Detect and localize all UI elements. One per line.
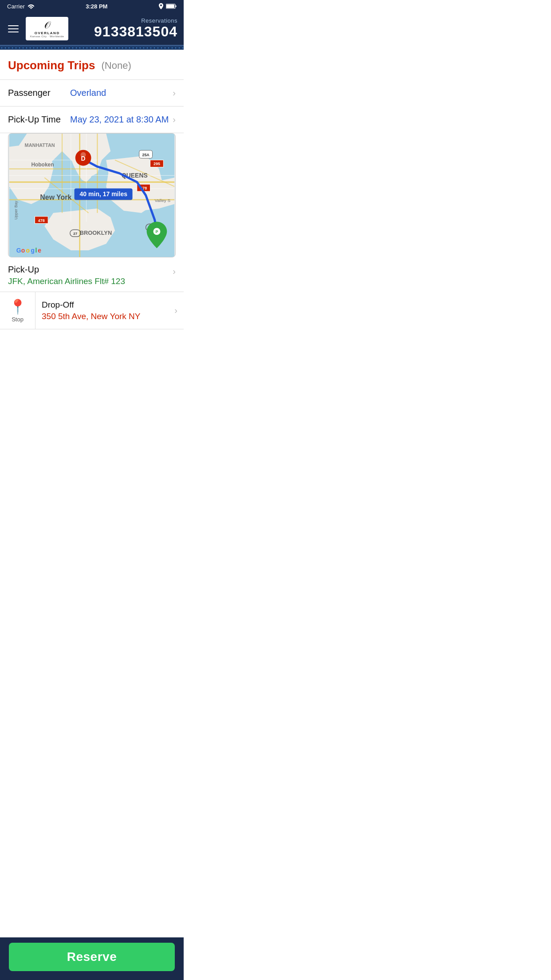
logo-brand: OVERLAND (35, 31, 60, 35)
stop-pin-icon: 📍 (9, 298, 27, 315)
svg-text:P: P (155, 229, 158, 234)
carrier-text: Carrier (7, 3, 25, 10)
passenger-row[interactable]: Passenger Overland › (0, 80, 184, 107)
pickup-location-value: JFK, American Airlines Flt# 123 (8, 277, 173, 286)
svg-text:295: 295 (153, 162, 160, 166)
dropoff-label: Drop-Off (42, 300, 168, 310)
status-left: Carrier (7, 3, 35, 10)
hamburger-line3 (8, 32, 19, 32)
svg-text:478: 478 (38, 218, 45, 223)
svg-text:Valley S: Valley S (154, 198, 170, 203)
svg-text:g: g (31, 247, 35, 254)
wifi-icon (28, 4, 35, 9)
status-bar: Carrier 3:28 PM (0, 0, 184, 12)
status-right (159, 3, 177, 9)
hamburger-line2 (8, 28, 19, 29)
logo: 𝒪 OVERLAND Kansas City · Worldwide (26, 17, 68, 40)
phone-number[interactable]: 9133813504 (94, 24, 177, 40)
svg-text:25A: 25A (142, 153, 150, 157)
pickup-text-area: Pick-Up JFK, American Airlines Flt# 123 (8, 265, 173, 286)
bottom-spacer (0, 329, 184, 374)
svg-text:Hoboken: Hoboken (31, 162, 54, 168)
logo-tagline: Kansas City · Worldwide (30, 35, 64, 38)
passenger-value: Overland (70, 88, 173, 98)
upcoming-trips-status: (None) (101, 60, 131, 71)
upcoming-trips-row: Upcoming Trips (None) (0, 50, 184, 80)
pickup-chevron: › (173, 266, 176, 277)
dropoff-chevron: › (174, 305, 177, 316)
svg-text:e: e (38, 247, 41, 254)
header-dots-divider (0, 46, 184, 50)
pickup-time-value: May 23, 2021 at 8:30 AM (70, 115, 173, 125)
app-header: 𝒪 OVERLAND Kansas City · Worldwide Reser… (0, 12, 184, 46)
pickup-location-label: Pick-Up (8, 265, 173, 275)
svg-text:New York: New York (40, 194, 71, 201)
hamburger-line1 (8, 25, 19, 26)
main-content: Upcoming Trips (None) Passenger Overland… (0, 50, 184, 374)
svg-text:BROOKLYN: BROOKLYN (80, 229, 112, 236)
hamburger-menu[interactable] (6, 24, 20, 34)
svg-text:27: 27 (73, 232, 77, 236)
svg-text:MANHATTAN: MANHATTAN (25, 142, 55, 148)
stop-label: Stop (12, 316, 24, 323)
map-view[interactable]: 25A 295 678 478 27 27 Hoboken New York (8, 133, 176, 257)
logo-letter: 𝒪 (44, 20, 51, 31)
pickup-time-label: Pick-Up Time (8, 115, 70, 125)
svg-rect-1 (176, 5, 177, 7)
passenger-label: Passenger (8, 88, 70, 98)
pickup-location-row[interactable]: Pick-Up JFK, American Airlines Flt# 123 … (0, 257, 184, 292)
svg-text:o: o (21, 247, 25, 254)
dropoff-value: 350 5th Ave, New York NY (42, 312, 168, 321)
dropoff-text-area: Drop-Off 350 5th Ave, New York NY (35, 294, 174, 328)
stop-icon-area: 📍 Stop (0, 292, 35, 329)
pickup-time-row[interactable]: Pick-Up Time May 23, 2021 at 8:30 AM › (0, 107, 184, 133)
time-display: 3:28 PM (86, 3, 107, 10)
pickup-time-chevron: › (173, 115, 176, 125)
svg-text:o: o (26, 247, 30, 254)
svg-rect-2 (166, 4, 174, 8)
svg-text:Upper Bay: Upper Bay (14, 201, 18, 220)
dropoff-row[interactable]: 📍 Stop Drop-Off 350 5th Ave, New York NY… (0, 292, 184, 329)
upcoming-trips-label: Upcoming Trips (8, 59, 95, 72)
map-svg: 25A 295 678 478 27 27 Hoboken New York (8, 134, 175, 257)
battery-icon (166, 4, 177, 9)
svg-text:G: G (16, 247, 21, 254)
svg-point-45 (81, 152, 86, 158)
reservations-label: Reservations (141, 17, 177, 24)
phone-area: Reservations 9133813504 (74, 17, 177, 40)
svg-text:l: l (35, 247, 37, 254)
passenger-chevron: › (173, 88, 176, 98)
location-icon (159, 3, 163, 9)
